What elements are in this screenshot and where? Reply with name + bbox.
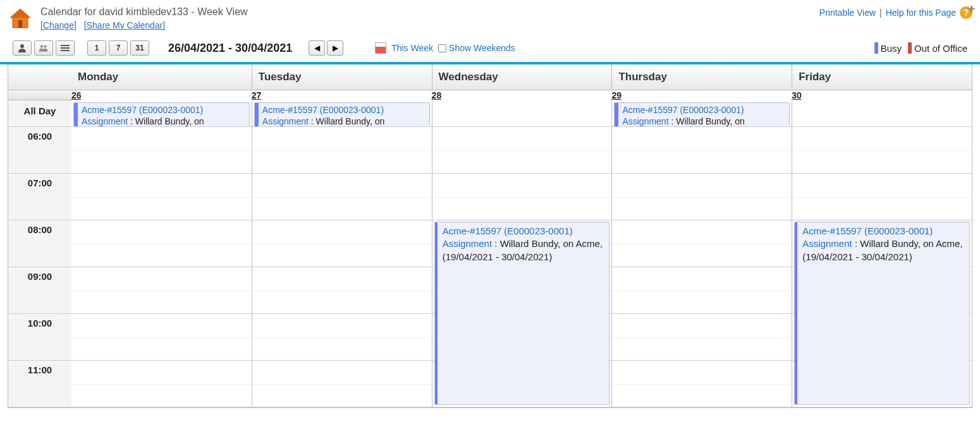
allday-event[interactable]: Acme-#15597 (E000023-0001) Assignment : … xyxy=(614,102,790,127)
event-detail: : Willard Bundy, on xyxy=(669,116,745,126)
day-header-wed: Wednesday xyxy=(432,64,612,90)
toolbar-right: Busy Out of Office xyxy=(874,42,967,54)
allday-cell-mon[interactable]: Acme-#15597 (E000023-0001) Assignment : … xyxy=(71,100,252,127)
event-title[interactable]: Acme-#15597 (E000023-0001) xyxy=(262,105,384,115)
hour-cell[interactable] xyxy=(252,220,432,267)
allday-cell-tue[interactable]: Acme-#15597 (E000023-0001) Assignment : … xyxy=(252,100,432,127)
hour-cell[interactable] xyxy=(611,267,792,314)
hour-cell[interactable] xyxy=(252,267,432,314)
home-icon[interactable] xyxy=(8,6,33,32)
svg-marker-1 xyxy=(10,9,30,18)
date-num[interactable]: 27 xyxy=(252,90,262,100)
add-event-icon[interactable]: + xyxy=(968,3,975,16)
event-assignment-link[interactable]: Assignment xyxy=(802,238,852,249)
calendar-grid: Monday Tuesday Wednesday Thursday Friday… xyxy=(8,64,972,408)
hour-cell[interactable] xyxy=(252,361,432,407)
hour-cell[interactable] xyxy=(252,314,432,361)
list-view-button[interactable] xyxy=(56,40,75,56)
hour-cell[interactable] xyxy=(71,267,252,314)
allday-cell-thu[interactable]: Acme-#15597 (E000023-0001) Assignment : … xyxy=(611,100,792,127)
share-calendar-link[interactable]: [Share My Calendar] xyxy=(84,20,165,30)
date-range-label: 26/04/2021 - 30/04/2021 xyxy=(168,42,292,55)
date-num[interactable]: 28 xyxy=(432,90,442,100)
hour-label-11: 11:00 xyxy=(8,361,71,407)
prev-week-button[interactable]: ◀ xyxy=(309,40,325,56)
event-assignment-link[interactable]: Assignment xyxy=(622,116,668,126)
date-row-corner xyxy=(8,90,71,100)
busy-swatch-icon xyxy=(874,42,878,54)
date-cell-fri[interactable]: 30 + xyxy=(792,90,972,100)
day-view-button[interactable]: 1 xyxy=(87,40,106,56)
hour-cell[interactable] xyxy=(611,361,792,407)
hour-cell[interactable] xyxy=(792,127,972,174)
legend-ooo: Out of Office xyxy=(908,42,967,54)
allday-event[interactable]: Acme-#15597 (E000023-0001) Assignment : … xyxy=(73,102,250,127)
event-assignment-link[interactable]: Assignment xyxy=(262,116,309,126)
change-link[interactable]: [Change] xyxy=(40,20,77,30)
printable-view-link[interactable]: Printable View xyxy=(819,8,876,18)
svg-rect-2 xyxy=(18,20,22,28)
legend-busy-label: Busy xyxy=(881,43,902,54)
page-header: Calendar for david kimbledev133 - Week V… xyxy=(0,0,980,37)
date-cell-thu[interactable]: 29 + xyxy=(611,90,792,100)
hour-cell[interactable] xyxy=(252,127,432,174)
show-weekends-toggle[interactable]: Show Weekends xyxy=(438,43,515,53)
hour-cell[interactable] xyxy=(611,127,792,174)
hour-cell[interactable] xyxy=(611,220,792,267)
date-cell-mon[interactable]: 26 + xyxy=(71,90,252,100)
hour-cell-fri-08[interactable]: Acme-#15597 (E000023-0001) Assignment : … xyxy=(792,220,972,267)
hour-cell[interactable] xyxy=(611,314,792,361)
hour-cell[interactable] xyxy=(71,174,252,220)
hour-cell[interactable] xyxy=(71,127,252,174)
hour-cell[interactable] xyxy=(252,174,432,220)
event-title[interactable]: Acme-#15597 (E000023-0001) xyxy=(443,226,573,236)
help-link[interactable]: Help for this Page xyxy=(886,8,956,18)
timed-event-fri[interactable]: Acme-#15597 (E000023-0001) Assignment : … xyxy=(794,222,970,405)
timed-event-wed[interactable]: Acme-#15597 (E000023-0001) Assignment : … xyxy=(434,222,610,405)
next-week-button[interactable]: ▶ xyxy=(327,40,343,56)
date-num[interactable]: 29 xyxy=(611,90,622,100)
event-detail: : Willard Bundy, on xyxy=(309,116,384,126)
allday-cell-wed[interactable] xyxy=(432,100,612,127)
event-assignment-link[interactable]: Assignment xyxy=(443,238,492,249)
legend-ooo-label: Out of Office xyxy=(914,43,967,54)
page-title: Calendar for david kimbledev133 - Week V… xyxy=(40,6,248,18)
header-left: Calendar for david kimbledev133 - Week V… xyxy=(8,6,248,32)
show-weekends-label: Show Weekends xyxy=(449,43,515,53)
toolbar-center: This Week Show Weekends xyxy=(375,42,515,54)
date-cell-tue[interactable]: 27 + xyxy=(252,90,432,100)
show-weekends-checkbox[interactable] xyxy=(438,44,446,52)
hour-label-09: 09:00 xyxy=(8,267,71,314)
range-group: 1 7 31 xyxy=(87,40,149,56)
calendar-icon[interactable] xyxy=(375,42,386,54)
this-week-link[interactable]: This Week xyxy=(391,43,433,53)
hour-cell[interactable] xyxy=(432,127,612,174)
month-view-button[interactable]: 31 xyxy=(130,40,149,56)
event-title[interactable]: Acme-#15597 (E000023-0001) xyxy=(82,105,203,115)
date-cell-wed[interactable]: 28 + xyxy=(432,90,612,100)
separator: | xyxy=(879,8,882,18)
hour-label-10: 10:00 xyxy=(8,314,71,361)
single-user-view-button[interactable] xyxy=(13,40,32,56)
hour-cell-wed-08[interactable]: Acme-#15597 (E000023-0001) Assignment : … xyxy=(432,220,612,267)
allday-cell-fri[interactable] xyxy=(792,100,972,127)
allday-label: All Day xyxy=(8,100,71,127)
hour-cell[interactable] xyxy=(71,361,252,407)
calendar: Monday Tuesday Wednesday Thursday Friday… xyxy=(0,64,980,408)
hour-cell[interactable] xyxy=(71,220,252,267)
hour-cell[interactable] xyxy=(792,174,972,220)
hour-cell[interactable] xyxy=(432,174,612,220)
hour-cell[interactable] xyxy=(71,314,252,361)
ooo-swatch-icon xyxy=(908,42,912,54)
hour-label-08: 08:00 xyxy=(8,220,71,267)
date-num[interactable]: 30 xyxy=(792,90,802,100)
svg-point-4 xyxy=(40,45,43,48)
week-view-button[interactable]: 7 xyxy=(109,40,128,56)
date-num[interactable]: 26 xyxy=(71,90,82,100)
allday-event[interactable]: Acme-#15597 (E000023-0001) Assignment : … xyxy=(254,102,430,127)
multi-user-view-button[interactable] xyxy=(34,40,53,56)
event-title[interactable]: Acme-#15597 (E000023-0001) xyxy=(622,105,744,115)
hour-cell[interactable] xyxy=(611,174,792,220)
event-assignment-link[interactable]: Assignment xyxy=(82,116,128,126)
event-title[interactable]: Acme-#15597 (E000023-0001) xyxy=(802,226,933,236)
